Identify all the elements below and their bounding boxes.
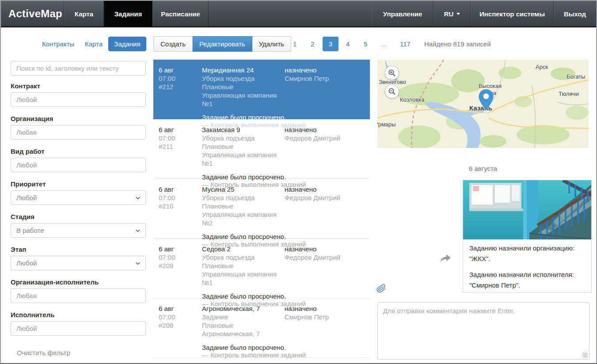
task-status: назначено <box>285 185 365 193</box>
pagination-ellipsis: ... <box>381 40 387 48</box>
filter-label-phase: Этап <box>11 246 26 253</box>
task-id: #210 <box>159 202 202 210</box>
delete-button[interactable]: Удалить <box>252 36 291 52</box>
subnav-map-link[interactable]: Карта <box>85 40 103 48</box>
task-row-209[interactable]: 6 авг 07:00 #209 Седова 2 Уборка подъезд… <box>153 239 370 298</box>
task-date: 6 авг <box>159 245 202 253</box>
task-org: Управляющая компания №1 <box>202 91 285 108</box>
edit-button[interactable]: Редактировать <box>193 36 252 52</box>
nav-logout[interactable]: Выход <box>554 1 596 27</box>
stage-selected-value: В работе <box>16 227 44 234</box>
page-last-link[interactable]: 117 <box>400 40 411 48</box>
clear-filter-link[interactable]: Очистить фильтр <box>17 349 70 356</box>
map-zoom-in-button[interactable] <box>385 66 399 80</box>
priority-selected-value: Любой <box>16 194 37 201</box>
filter-label-organization: Организация <box>11 115 53 122</box>
work-type-filter-input[interactable] <box>11 158 146 172</box>
task-assignee: Федоров Дмитрий <box>285 253 365 262</box>
task-assignee: Смирнов Петр <box>285 313 365 321</box>
filter-label-stage: Стадия <box>11 213 34 220</box>
nav-system-inspector[interactable]: Инспектор системы <box>471 1 554 27</box>
top-navbar: ActiveMap Карта Задания Расписание Управ… <box>1 1 596 27</box>
language-label: RU <box>444 10 454 18</box>
task-row-211[interactable]: 6 авг 07:00 #211 Закамская 9 Уборка подъ… <box>153 119 370 179</box>
task-title: Меридианная 24 <box>202 66 285 74</box>
page-3-current[interactable]: 3 <box>323 37 338 51</box>
map-label-urmary: Урмары <box>377 121 396 128</box>
contractor-org-filter-input[interactable] <box>11 288 146 303</box>
nav-tab-tasks[interactable]: Задания <box>104 1 152 27</box>
task-time: 07:00 <box>159 74 202 83</box>
task-status: назначено <box>285 66 365 74</box>
phase-filter-select[interactable]: Любой <box>11 256 146 270</box>
page-1-link[interactable]: 1 <box>293 40 297 48</box>
task-work-type: Уборка подъезда <box>202 193 285 202</box>
task-assignee: Смирнов Петр <box>285 74 365 83</box>
map-marker-pin-icon[interactable] <box>479 89 494 110</box>
share-arrow-icon[interactable] <box>440 254 451 264</box>
feed-message-text: Заданию назначили организацию: "ЖКХ". За… <box>463 239 591 293</box>
chevron-down-icon <box>135 228 141 234</box>
organization-filter-input[interactable] <box>11 125 146 140</box>
task-id: #212 <box>159 83 202 91</box>
page-2-link[interactable]: 2 <box>311 40 314 48</box>
task-assignee: Федоров Дмитрий <box>285 134 365 142</box>
task-time: 07:00 <box>159 193 202 202</box>
contract-filter-input[interactable] <box>11 92 146 107</box>
records-found-text: Найдено 819 записей <box>424 40 491 48</box>
activemap-window: ActiveMap Карта Задания Расписание Управ… <box>0 0 597 364</box>
nav-management[interactable]: Управление <box>372 1 433 27</box>
subnav-tasks-button[interactable]: Задания <box>108 37 146 51</box>
task-time: 07:00 <box>159 313 202 321</box>
priority-filter-select[interactable]: Любой <box>11 190 146 205</box>
task-note-source: — Контроль выполнения заданий <box>202 351 365 359</box>
task-date: 6 авг <box>159 185 202 193</box>
task-id: #209 <box>159 262 202 270</box>
create-button[interactable]: Создать <box>153 36 193 52</box>
stage-filter-select[interactable]: В работе <box>11 223 146 238</box>
task-work-type: Уборка подъезда <box>202 134 285 142</box>
attach-paperclip-icon[interactable] <box>376 283 387 294</box>
map-label-kozlovka: Козловка <box>400 96 425 103</box>
nav-language-dropdown[interactable]: RU <box>433 1 471 27</box>
task-group: Плановые <box>202 321 285 330</box>
filter-label-work-type: Вид работ <box>11 148 45 155</box>
task-time: 07:00 <box>159 134 202 142</box>
subnav-contracts-link[interactable]: Контракты <box>42 40 74 48</box>
nav-tab-map[interactable]: Карта <box>64 1 104 27</box>
stairwell-photo[interactable] <box>463 180 591 239</box>
task-overdue-note: Задание было просрочено. <box>202 344 365 351</box>
task-assignee: Федоров Дмитрий <box>285 193 365 202</box>
feed-message-line: Заданию назначили исполнителя: "Смирнов … <box>469 269 585 291</box>
task-row-208[interactable]: 6 авг 07:00 #208 Агрономическая, 7 Задан… <box>153 298 370 358</box>
task-date: 6 авг <box>159 125 202 134</box>
task-group: Плановые <box>202 142 285 151</box>
task-row-210[interactable]: 6 авг 07:00 #210 Мусина 25 Уборка подъез… <box>153 179 370 239</box>
executor-filter-input[interactable] <box>11 321 146 336</box>
zoom-out-icon <box>388 87 396 96</box>
task-title: Агрономическая, 7 <box>202 304 285 313</box>
map-zoom-out-button[interactable] <box>385 84 399 99</box>
page-5-link[interactable]: 5 <box>364 40 367 48</box>
navbar-right-group: Управление RU Инспектор системы Выход <box>372 1 596 27</box>
map-label-tyulyachi: Тюлячи <box>559 91 579 97</box>
task-date: 6 авг <box>159 304 202 313</box>
task-status: назначено <box>285 125 365 134</box>
app-logo: ActiveMap <box>1 1 64 27</box>
feed-message-line: Заданию назначили организацию: "ЖКХ". <box>469 243 585 264</box>
page-4-link[interactable]: 4 <box>346 40 350 48</box>
nav-tab-schedule[interactable]: Расписание <box>152 1 209 27</box>
chevron-down-icon <box>456 13 460 15</box>
filter-label-executor: Исполнитель <box>11 311 54 318</box>
map-label-bogaty: Богаты <box>567 73 585 80</box>
task-org: Управляющая компания №1 <box>202 270 285 287</box>
task-group: Плановые <box>202 83 285 91</box>
task-row-212[interactable]: 6 авг 07:00 #212 Меридианная 24 Уборка п… <box>153 60 370 119</box>
filter-label-priority: Приоритет <box>11 180 46 188</box>
task-org: Агрономическая, 7 <box>202 330 285 338</box>
task-org: Управляющая компания №2 <box>202 210 285 227</box>
feed-message-card[interactable]: Заданию назначили организацию: "ЖКХ". За… <box>463 180 592 293</box>
comment-input[interactable] <box>377 302 589 360</box>
search-input[interactable] <box>11 61 146 76</box>
feed-date-label: 6 августа <box>377 165 589 172</box>
